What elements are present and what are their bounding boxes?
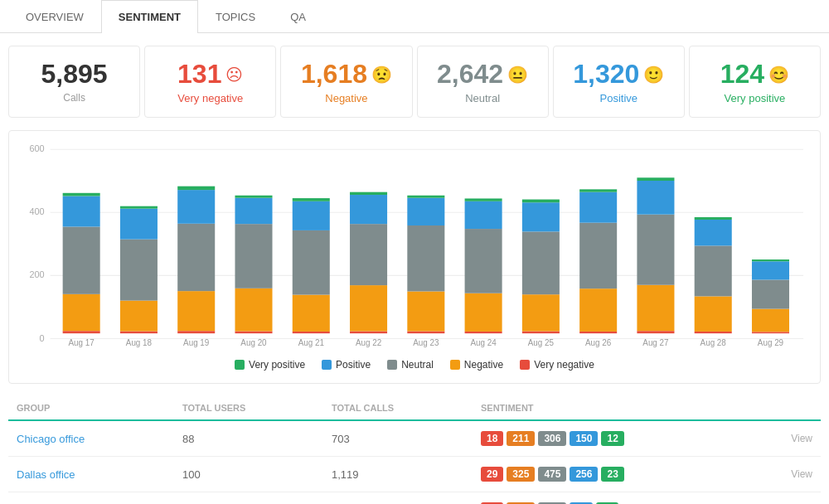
negative-label: Negative: [298, 92, 395, 104]
svg-text:Aug 24: Aug 24: [470, 338, 497, 347]
chart-area: 600 400 200 0 Aug 17Aug 18Aug 19Aug 20Au…: [22, 143, 807, 351]
svg-rect-45: [407, 292, 444, 332]
calls-label: Calls: [26, 92, 123, 104]
svg-rect-64: [579, 223, 617, 289]
svg-rect-77: [695, 220, 732, 245]
svg-rect-57: [522, 294, 560, 331]
view-link-chicago[interactable]: View: [746, 433, 812, 444]
positive-label: Positive: [570, 92, 667, 104]
svg-rect-46: [407, 225, 444, 292]
svg-rect-53: [465, 201, 502, 229]
badge-neu-dallas: 475: [538, 467, 566, 482]
svg-rect-32: [293, 332, 330, 333]
badge-neg-chicago: 211: [507, 431, 535, 446]
svg-text:600: 600: [30, 143, 45, 153]
very-negative-number: 131: [177, 59, 221, 90]
legend-negative: Negative: [450, 359, 503, 371]
svg-rect-80: [752, 332, 789, 333]
svg-rect-72: [637, 177, 674, 181]
svg-rect-58: [522, 231, 560, 294]
svg-rect-84: [752, 259, 789, 261]
svg-rect-23: [177, 190, 215, 224]
tab-overview[interactable]: OVERVIEW: [8, 0, 101, 33]
legend-neg-label: Negative: [464, 359, 503, 371]
svg-rect-42: [350, 192, 387, 195]
legend-pos-dot: [322, 360, 332, 370]
legend-vn-dot: [520, 360, 530, 370]
svg-rect-39: [350, 285, 387, 331]
svg-rect-29: [235, 198, 272, 224]
svg-rect-44: [407, 332, 444, 334]
svg-text:Aug 17: Aug 17: [69, 338, 95, 347]
svg-rect-8: [63, 331, 100, 333]
header-sentiment: SENTIMENT: [481, 403, 746, 413]
svg-rect-62: [579, 332, 617, 333]
total-users-chicago: 88: [182, 433, 332, 445]
svg-text:Aug 20: Aug 20: [240, 338, 267, 347]
total-users-dallas: 100: [182, 468, 332, 481]
svg-rect-59: [522, 202, 560, 231]
tab-qa[interactable]: QA: [273, 0, 323, 33]
svg-rect-27: [235, 288, 272, 332]
card-calls: 5,895 Calls: [8, 46, 140, 118]
svg-text:Aug 18: Aug 18: [126, 338, 153, 347]
very-negative-icon: ☹: [225, 65, 243, 85]
svg-text:Aug 27: Aug 27: [642, 338, 669, 347]
badge-pos-chicago: 150: [570, 431, 598, 446]
svg-rect-47: [407, 198, 444, 225]
table-row: Chicago office 88 703 18 211 306 150 12 …: [8, 421, 821, 457]
positive-icon: 🙂: [643, 65, 664, 85]
svg-rect-38: [350, 332, 387, 334]
svg-rect-50: [465, 332, 502, 333]
legend-neutral: Neutral: [387, 359, 434, 371]
svg-rect-16: [120, 240, 158, 301]
svg-rect-21: [177, 291, 215, 331]
legend-vn-label: Very negative: [534, 359, 594, 371]
svg-rect-54: [465, 198, 502, 201]
view-link-dallas[interactable]: View: [746, 468, 812, 480]
svg-text:0: 0: [40, 332, 45, 342]
card-neutral: 2,642 😐 Neutral: [417, 46, 549, 118]
svg-text:Aug 22: Aug 22: [356, 338, 382, 347]
svg-rect-83: [752, 261, 789, 279]
svg-rect-70: [637, 215, 674, 285]
svg-rect-56: [522, 332, 560, 334]
neutral-number: 2,642: [437, 59, 503, 90]
svg-text:Aug 28: Aug 28: [701, 338, 727, 347]
svg-rect-14: [120, 332, 158, 334]
svg-rect-24: [177, 187, 215, 190]
group-name-chicago[interactable]: Chicago office: [17, 433, 182, 445]
negative-number: 1,618: [301, 59, 367, 90]
svg-text:Aug 26: Aug 26: [585, 338, 612, 347]
badge-pos-dallas: 256: [570, 467, 598, 482]
badge-neg-dallas: 325: [507, 467, 535, 482]
legend-very-positive: Very positive: [235, 359, 305, 371]
svg-rect-76: [695, 245, 732, 296]
tab-bar: OVERVIEW SENTIMENT TOPICS QA: [0, 0, 829, 33]
svg-rect-10: [63, 226, 100, 293]
legend-pos-label: Positive: [336, 359, 371, 371]
group-table: GROUP TOTAL USERS TOTAL CALLS SENTIMENT …: [8, 396, 821, 504]
svg-text:400: 400: [30, 206, 45, 216]
legend-positive: Positive: [322, 359, 371, 371]
svg-rect-60: [522, 200, 560, 203]
svg-rect-78: [695, 217, 732, 220]
svg-rect-41: [350, 195, 387, 224]
negative-icon: 😟: [371, 65, 392, 85]
group-name-dallas[interactable]: Dallas office: [17, 468, 182, 481]
tab-sentiment[interactable]: SENTIMENT: [101, 0, 198, 33]
svg-rect-40: [350, 224, 387, 285]
svg-text:Aug 25: Aug 25: [528, 338, 555, 347]
tab-topics[interactable]: TOPICS: [198, 0, 273, 33]
svg-rect-11: [63, 196, 100, 227]
svg-rect-30: [235, 196, 272, 198]
legend-neg-dot: [450, 360, 460, 370]
svg-rect-35: [293, 201, 330, 230]
very-positive-number: 124: [720, 59, 764, 90]
very-positive-label: Very positive: [706, 92, 803, 104]
card-negative: 1,618 😟 Negative: [280, 46, 412, 118]
positive-number: 1,320: [573, 59, 639, 90]
svg-rect-26: [235, 332, 272, 334]
svg-rect-48: [407, 196, 444, 198]
svg-rect-22: [177, 224, 215, 291]
